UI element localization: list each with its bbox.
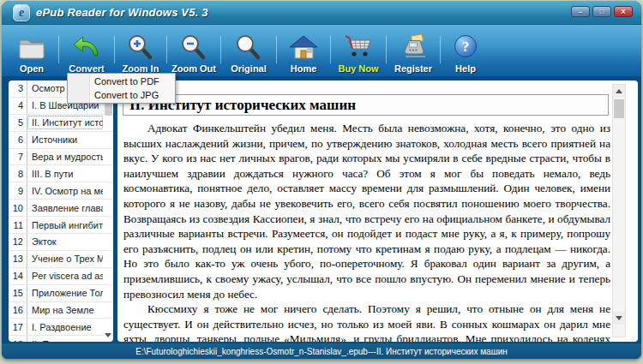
toc-item-number: 17 — [9, 319, 27, 335]
toc-item-number: 15 — [9, 285, 27, 301]
shopping-cart-icon — [343, 32, 374, 63]
toolbar-label: Buy Now — [338, 63, 378, 74]
toc-item-number: 10 — [9, 200, 27, 216]
toc-item-number: 18 — [9, 336, 27, 342]
status-bar: E:\Futurologhichieskii_konghriess-Osmotr… — [2, 343, 641, 359]
toolbar-separator — [220, 36, 221, 63]
toolbar-separator — [440, 36, 441, 63]
main-toolbar: Open Convert — [2, 25, 641, 76]
chapter-heading: II. Институт исторических машин — [123, 94, 609, 116]
zoom-out-button[interactable]: Zoom Out — [169, 26, 219, 74]
toc-item[interactable]: 16 Мир на Земле — [9, 302, 113, 319]
toc-item[interactable]: 18 II. П — [9, 336, 113, 342]
sidebar-scroll-down-icon[interactable] — [104, 331, 112, 339]
toc-item-label: Per viscera ad astra[ — [27, 269, 103, 283]
toc-item[interactable]: 7 Вера и мудрость — [9, 149, 113, 166]
toolbar-separator — [276, 36, 277, 63]
toolbar-separator — [58, 36, 59, 63]
toc-item-label: Мир на Земле — [27, 303, 103, 317]
toc-item-number: 8 — [9, 165, 27, 182]
toc-sidebar: 3 Осмотр на месте 4 I. В Швейцарии 5 II.… — [9, 81, 113, 342]
toc-item-number: 4 — [9, 98, 27, 114]
toc-item-label: II. П — [27, 337, 103, 342]
convert-dropdown-menu: Convert to PDF Convert to JPG — [67, 73, 176, 104]
toolbar-label: Register — [394, 63, 432, 74]
window-controls: – □ X — [571, 6, 633, 17]
close-button[interactable]: X — [614, 6, 633, 17]
minimize-button[interactable]: – — [571, 6, 590, 17]
toc-item-selected[interactable]: 5 II. Институт истори — [9, 115, 113, 132]
toolbar-label: Open — [20, 63, 44, 74]
toc-item-number: 7 — [9, 149, 27, 165]
toolbar-label: Zoom Out — [171, 63, 216, 74]
toc-item-label: Заявление главаря — [27, 201, 103, 215]
toc-item-label: Приложение Толков — [27, 286, 103, 300]
help-button[interactable]: ? Help — [442, 26, 489, 74]
window-title: ePub Reader for Windows V5. 3 — [36, 1, 208, 25]
app-window: e ePub Reader for Windows V5. 3 – □ X Op… — [2, 1, 641, 359]
toc-item[interactable]: 11 Первый ингибитор — [9, 217, 113, 234]
zoom-out-icon — [179, 32, 208, 63]
toolbar-separator — [166, 36, 167, 63]
toc-item-label: Первый ингибитор — [27, 218, 103, 232]
toc-item-number: 14 — [9, 268, 27, 284]
toc-item-number: 12 — [9, 234, 27, 250]
content-scrollbar — [612, 84, 626, 337]
svg-text:?: ? — [462, 39, 470, 55]
toc-item-label: Учение о Трех Мира — [27, 252, 103, 266]
maximize-button[interactable]: □ — [592, 6, 611, 17]
toc-item[interactable]: 15 Приложение Толков — [9, 285, 113, 302]
toc-item[interactable]: 12 Экток — [9, 234, 113, 251]
menu-item-convert-to-pdf[interactable]: Convert to PDF — [68, 75, 175, 88]
open-button[interactable]: Open — [7, 26, 57, 74]
toolbar-label: Home — [291, 63, 317, 74]
toc-item-number: 5 — [9, 115, 27, 131]
toc-item[interactable]: 9 IV. Осмотр на месте — [9, 182, 113, 200]
toolbar-separator — [114, 36, 115, 63]
toc-item-number: 11 — [9, 217, 27, 233]
toc-item-label: IV. Осмотр на месте — [27, 184, 103, 198]
magnifier-icon — [234, 32, 263, 63]
toc-item[interactable]: 17 I. Раздвоение — [9, 319, 113, 336]
toolbar-label: Help — [455, 63, 476, 74]
toc-item-label: Экток — [27, 235, 103, 248]
title-bar: e ePub Reader for Windows V5. 3 – □ X — [2, 1, 641, 25]
scroll-up-icon[interactable] — [613, 85, 625, 98]
toc-item-label: II. Институт истори — [27, 116, 103, 129]
original-button[interactable]: Original — [223, 26, 274, 74]
toc-item[interactable]: 10 Заявление главаря — [9, 200, 113, 217]
chapter-text: Адвокат Финкельштейн убедил меня. Месть … — [123, 121, 610, 342]
toc-item-label: Источники — [27, 133, 103, 146]
status-file-path: E:\Futurologhichieskii_konghriess-Osmotr… — [135, 347, 508, 356]
content-scrollbar-thumb[interactable] — [614, 99, 624, 118]
toc-item[interactable]: 8 III. В пути — [9, 165, 113, 182]
toc-item[interactable]: 6 Источники — [9, 132, 113, 149]
scroll-down-icon[interactable] — [613, 312, 625, 325]
toolbar-label: Original — [231, 63, 267, 74]
convert-arrow-icon — [71, 32, 102, 63]
card-reader-icon — [399, 32, 428, 63]
zoom-in-icon — [126, 32, 155, 63]
paragraph: Кюссмиху я тоже не мог ничего сделать. П… — [123, 301, 610, 342]
folder-icon — [16, 32, 47, 63]
toc-item-label: Вера и мудрость — [27, 150, 103, 164]
help-icon: ? — [452, 32, 479, 63]
toc-item-number: 16 — [9, 302, 27, 319]
toc-item-label: I. Раздвоение — [27, 320, 103, 334]
toc-item-label: III. В пути — [27, 167, 103, 181]
toc-item-number: 3 — [9, 81, 27, 97]
zoom-in-button[interactable]: Zoom In — [117, 26, 165, 74]
toolbar-separator — [386, 36, 387, 63]
toc-item[interactable]: 14 Per viscera ad astra[ — [9, 268, 113, 285]
home-icon — [288, 32, 319, 63]
home-button[interactable]: Home — [279, 26, 328, 74]
toolbar-separator — [330, 36, 331, 63]
menu-item-convert-to-jpg[interactable]: Convert to JPG — [68, 88, 175, 102]
paragraph: Адвокат Финкельштейн убедил меня. Месть … — [123, 121, 610, 301]
app-logo-icon: e — [13, 4, 30, 21]
buy-now-button[interactable]: Buy Now — [333, 26, 384, 74]
register-button[interactable]: Register — [388, 26, 438, 74]
toc-item[interactable]: 13 Учение о Трех Мира — [9, 251, 113, 268]
toc-item-number: 13 — [9, 251, 27, 267]
convert-button[interactable]: Convert — [61, 26, 112, 74]
